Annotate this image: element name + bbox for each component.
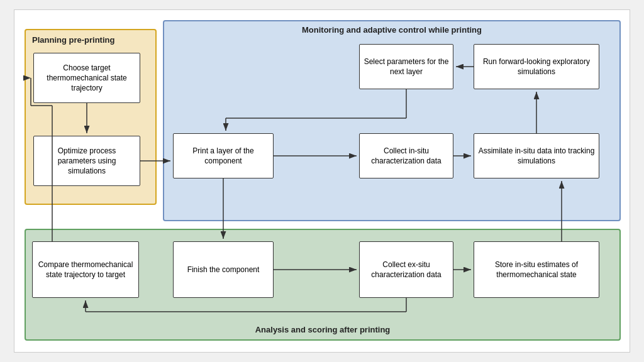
box-choose-target: Choose target thermomechanical state tra…: [33, 53, 140, 103]
box-run-forward: Run forward-looking exploratory simulati…: [474, 44, 599, 89]
analysis-label: Analysis and scoring after printing: [26, 325, 619, 334]
box-collect-insitu: Collect in-situ characterization data: [359, 133, 453, 178]
box-select-parameters: Select parameters for the next layer: [359, 44, 453, 89]
box-print-layer: Print a layer of the component: [173, 133, 274, 178]
box-store-insitu: Store in-situ estimates of thermomechani…: [474, 241, 599, 298]
box-collect-exsitu: Collect ex-situ characterization data: [359, 241, 453, 298]
diagram-container: Planning pre-printing Monitoring and ada…: [14, 9, 630, 353]
planning-label: Planning pre-printing: [32, 35, 149, 45]
monitoring-label: Monitoring and adaptive control while pr…: [164, 25, 619, 35]
box-finish-component: Finish the component: [173, 241, 274, 298]
box-optimize-process: Optimize process parameters using simula…: [33, 136, 140, 186]
box-assimilate: Assimilate in-situ data into tracking si…: [474, 133, 599, 178]
box-compare-thermo: Compare thermomechanical state trajector…: [32, 241, 139, 298]
